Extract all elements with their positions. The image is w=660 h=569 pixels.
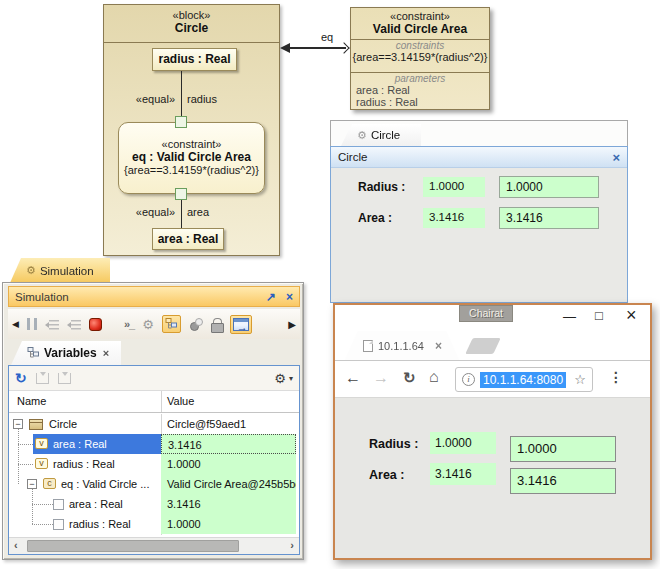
close-icon[interactable]: ×	[286, 290, 293, 304]
pin-label-radius: radius	[187, 93, 217, 105]
parameters-compartment-label: parameters	[351, 73, 489, 84]
browser-tab[interactable]: 10.1.1.64 ×	[345, 331, 459, 360]
options-dropdown-icon[interactable]: ▾	[289, 374, 293, 383]
stop-icon[interactable]	[89, 318, 102, 331]
window-name-badge: Chairat	[459, 305, 513, 322]
row-value[interactable]: 1.0000	[161, 514, 296, 534]
parameter-port-area[interactable]	[175, 188, 187, 200]
equal-stereotype-top: «equal»	[119, 93, 175, 105]
circle-panel-tabstrip: ⚙ Circle	[330, 120, 628, 146]
tab-simulation[interactable]: ⚙ Simulation	[10, 258, 110, 283]
scrollbar-thumb[interactable]	[27, 540, 239, 552]
simulation-config-icon: ⚙	[357, 129, 367, 142]
column-divider[interactable]	[161, 391, 162, 412]
horizontal-scrollbar[interactable]: ‹ ›	[9, 537, 299, 554]
forward-icon[interactable]: →	[373, 369, 389, 387]
table-row-radius[interactable]: v radius : Real 1.0000	[9, 454, 299, 474]
breakpoints-icon[interactable]	[189, 318, 203, 331]
float-window-icon[interactable]: ↗	[266, 290, 276, 304]
row-name: area : Real	[53, 438, 107, 450]
new-tab-button[interactable]	[465, 338, 500, 354]
constraint-expression: {area==3.14159*(radius^2)}	[351, 51, 489, 63]
constraint-property-eq[interactable]: «constraint» eq : Valid Circle Area {are…	[118, 122, 265, 194]
constraint-property-expression: {area==3.14159*(radius^2)}	[119, 164, 264, 176]
tab-circle[interactable]: ⚙ Circle	[341, 124, 421, 146]
bookmark-star-icon[interactable]: ☆	[574, 372, 586, 387]
info-icon[interactable]: i	[462, 373, 475, 386]
tab-variables-label: Variables	[44, 346, 97, 360]
equal-stereotype-bottom: «equal»	[119, 206, 175, 218]
part-area[interactable]: area : Real	[152, 228, 224, 250]
parameter-icon	[53, 499, 64, 510]
pause-icon[interactable]	[27, 318, 37, 330]
parameter-area: area : Real	[351, 84, 489, 96]
close-icon[interactable]: ×	[612, 151, 620, 164]
radius-input-field[interactable]: 1.0000	[499, 176, 599, 198]
browser-tabstrip: 10.1.1.64 ×	[335, 331, 650, 361]
radius-label: Radius :	[358, 180, 405, 194]
table-row-eq-area[interactable]: area : Real 3.1416	[9, 494, 299, 514]
radius-display-field: 1.0000	[423, 177, 485, 197]
collapse-icon[interactable]: −	[27, 479, 37, 489]
row-value[interactable]: Valid Circle Area@245b5bc	[161, 474, 296, 494]
browser-tab-title: 10.1.1.64	[378, 340, 430, 352]
options-gear-icon[interactable]: ⚙	[274, 371, 286, 386]
back-icon[interactable]: ←	[345, 369, 361, 387]
parameter-radius: radius : Real	[351, 96, 489, 108]
simulation-icon: ⚙	[26, 264, 36, 277]
row-name: Circle	[49, 418, 77, 430]
simulation-titlebar: Simulation ↗ ×	[8, 286, 300, 307]
url-text[interactable]: 10.1.1.64:8080	[480, 372, 566, 388]
collapse-icon[interactable]: −	[13, 419, 23, 429]
row-name: radius : Real	[53, 458, 115, 470]
radius-input-field[interactable]: 1.0000	[510, 436, 616, 462]
tab-simulation-label: Simulation	[40, 265, 94, 277]
constraint-property-stereotype: «constraint»	[119, 138, 264, 150]
parameter-port-radius[interactable]	[175, 116, 187, 128]
menu-icon[interactable]: ⋮	[609, 369, 623, 385]
toolbar-scroll-left-icon[interactable]: ◀	[12, 319, 19, 329]
row-value[interactable]: 3.1416	[161, 494, 296, 514]
variables-tree-icon	[27, 347, 40, 359]
lock-icon[interactable]	[211, 318, 222, 331]
tab-close-icon[interactable]: ×	[435, 339, 442, 353]
close-icon[interactable]: ×	[626, 305, 637, 326]
area-input-field[interactable]: 3.1416	[499, 207, 599, 229]
table-row-area[interactable]: v area : Real 3.1416	[9, 434, 299, 454]
row-value[interactable]: 1.0000	[161, 454, 296, 474]
refresh-icon[interactable]: ↻	[15, 371, 27, 385]
variables-toolbar: ↻ ⚙ ▾	[9, 366, 299, 391]
import-icon[interactable]	[58, 373, 71, 384]
console-icon[interactable]: »_	[124, 318, 134, 330]
minimize-icon[interactable]: —	[563, 309, 576, 324]
variables-pane-toggle[interactable]	[162, 315, 181, 333]
block-icon	[29, 419, 43, 430]
table-row-circle[interactable]: − Circle Circle@f59aed1	[9, 414, 299, 434]
tab-variables[interactable]: Variables ×	[11, 341, 121, 365]
constraint-block-valid-circle-area[interactable]: «constraint» Valid Circle Area constrain…	[350, 7, 490, 110]
edge-eq-label: eq	[321, 31, 333, 43]
variables-table-header: Name Value	[9, 391, 299, 413]
home-icon[interactable]: ⌂	[429, 368, 439, 386]
table-row-eq-radius[interactable]: radius : Real 1.0000	[9, 514, 299, 534]
open-ui-window-toggle[interactable]: →	[230, 315, 252, 334]
animation-options-icon[interactable]: ⚙	[142, 317, 154, 332]
scroll-right-icon[interactable]: ›	[290, 539, 294, 551]
table-row-eq[interactable]: − c eq : Valid Circle ... Valid Circle A…	[9, 474, 299, 494]
area-input-field[interactable]: 3.1416	[510, 468, 616, 494]
constraint-block-header: «constraint» Valid Circle Area	[351, 8, 489, 39]
reload-icon[interactable]: ↻	[403, 369, 416, 387]
maximize-icon[interactable]: □	[595, 308, 603, 323]
area-label: Area :	[369, 468, 404, 482]
row-value[interactable]: 3.1416	[161, 434, 296, 454]
step-over-icon[interactable]	[67, 319, 81, 330]
export-icon[interactable]	[36, 373, 49, 384]
close-icon[interactable]: ×	[103, 347, 109, 359]
scroll-left-icon[interactable]: ‹	[14, 539, 18, 551]
step-into-icon[interactable]	[45, 319, 59, 330]
row-value[interactable]: Circle@f59aed1	[161, 414, 296, 434]
address-bar[interactable]: i 10.1.1.64:8080 ☆	[455, 367, 593, 392]
block-circle-name: Circle	[104, 21, 279, 35]
part-radius[interactable]: radius : Real	[152, 48, 237, 71]
toolbar-scroll-right-icon[interactable]: ▶	[288, 319, 296, 330]
